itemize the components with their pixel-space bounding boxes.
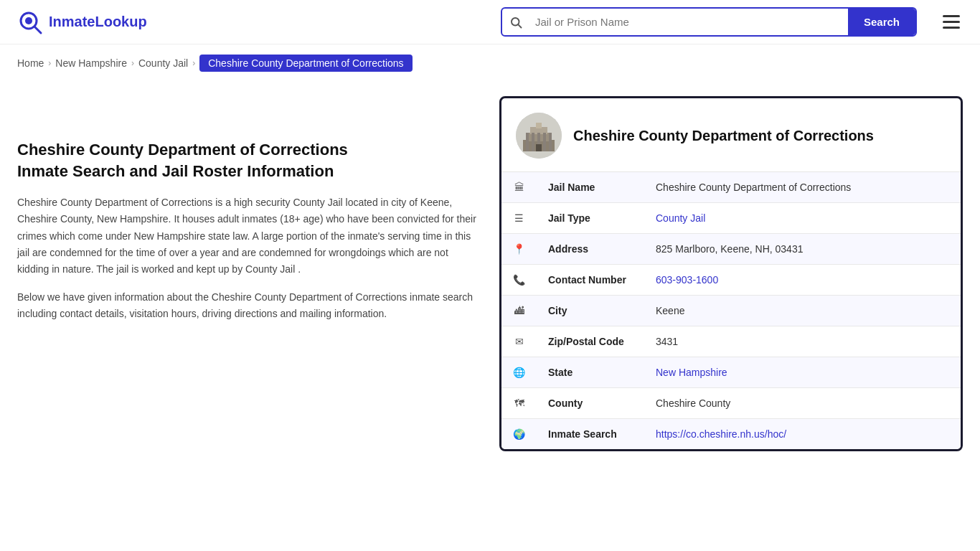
row-icon: 🏙	[501, 296, 537, 326]
row-icon: 🌍	[501, 419, 537, 450]
row-value[interactable]: New Hampshire	[644, 357, 961, 388]
row-label: Address	[537, 234, 644, 265]
row-value: Keene	[644, 296, 961, 326]
table-row: 🌐StateNew Hampshire	[501, 357, 961, 388]
row-link[interactable]: New Hampshire	[656, 367, 727, 378]
hamburger-line-2	[943, 21, 960, 23]
row-icon: 🌐	[501, 357, 537, 388]
svg-line-2	[34, 27, 41, 33]
svg-line-4	[518, 24, 521, 27]
row-label: County	[537, 388, 644, 419]
table-row: 📞Contact Number603-903-1600	[501, 265, 961, 296]
svg-rect-14	[549, 133, 552, 151]
hamburger-line-1	[943, 15, 960, 17]
main-content: Cheshire County Department of Correction…	[0, 82, 980, 480]
svg-rect-13	[543, 133, 546, 151]
table-row: 🌍Inmate Searchhttps://co.cheshire.nh.us/…	[501, 419, 961, 450]
row-icon: ✉	[501, 326, 537, 357]
info-card-header: Cheshire County Department of Correction…	[501, 98, 961, 172]
row-icon: 🗺	[501, 388, 537, 419]
table-row: 🏛Jail NameCheshire County Department of …	[501, 172, 961, 203]
row-label: Inmate Search	[537, 419, 644, 450]
row-label: State	[537, 357, 644, 388]
svg-point-1	[25, 17, 32, 24]
row-value: 3431	[644, 326, 961, 357]
chevron-icon-2: ›	[131, 58, 134, 68]
row-link[interactable]: County Jail	[656, 212, 705, 224]
breadcrumb-home[interactable]: Home	[17, 57, 44, 69]
logo-area[interactable]: InmateLookup	[17, 9, 147, 35]
row-value[interactable]: 603-903-1600	[644, 265, 961, 296]
table-row: ☰Jail TypeCounty Jail	[501, 203, 961, 234]
svg-rect-15	[536, 144, 542, 151]
breadcrumb-current: Cheshire County Department of Correction…	[199, 55, 412, 72]
row-icon: 📍	[501, 234, 537, 265]
breadcrumb-state[interactable]: New Hampshire	[55, 57, 127, 69]
right-panel: Cheshire County Department of Correction…	[499, 96, 963, 451]
search-input[interactable]	[529, 9, 848, 35]
search-icon	[502, 16, 529, 29]
info-card: Cheshire County Department of Correction…	[499, 96, 963, 451]
table-row: 🗺CountyCheshire County	[501, 388, 961, 419]
row-label: City	[537, 296, 644, 326]
row-value: Cheshire County Department of Correction…	[644, 172, 961, 203]
row-value[interactable]: County Jail	[644, 203, 961, 234]
logo-icon	[17, 9, 43, 35]
table-row: 🏙CityKeene	[501, 296, 961, 326]
hamburger-menu[interactable]	[940, 12, 963, 32]
chevron-icon-1: ›	[48, 58, 51, 68]
row-label: Jail Type	[537, 203, 644, 234]
description-para-2: Below we have given information about th…	[17, 289, 476, 322]
logo-text: InmateLookup	[49, 14, 147, 30]
row-value: Cheshire County	[644, 388, 961, 419]
row-label: Contact Number	[537, 265, 644, 296]
row-label: Zip/Postal Code	[537, 326, 644, 357]
row-icon: 🏛	[501, 172, 537, 203]
search-button[interactable]: Search	[848, 9, 915, 35]
page-heading: Cheshire County Department of Correction…	[17, 139, 476, 182]
row-link[interactable]: 603-903-1600	[656, 274, 718, 286]
breadcrumb-jail-type[interactable]: County Jail	[138, 57, 188, 69]
table-row: ✉Zip/Postal Code3431	[501, 326, 961, 357]
hamburger-line-3	[943, 27, 960, 29]
row-value[interactable]: https://co.cheshire.nh.us/hoc/	[644, 419, 961, 450]
row-link[interactable]: https://co.cheshire.nh.us/hoc/	[656, 428, 786, 440]
site-header: InmateLookup Search	[0, 0, 980, 44]
row-icon: ☰	[501, 203, 537, 234]
svg-rect-11	[532, 133, 534, 151]
search-bar: Search	[501, 7, 917, 37]
facility-avatar	[516, 113, 562, 159]
breadcrumb: Home › New Hampshire › County Jail › Che…	[0, 44, 980, 82]
left-panel: Cheshire County Department of Correction…	[17, 96, 476, 451]
row-value: 825 Marlboro, Keene, NH, 03431	[644, 234, 961, 265]
row-label: Jail Name	[537, 172, 644, 203]
table-row: 📍Address825 Marlboro, Keene, NH, 03431	[501, 234, 961, 265]
info-card-title: Cheshire County Department of Correction…	[573, 128, 874, 144]
description-para-1: Cheshire County Department of Correction…	[17, 194, 476, 277]
svg-rect-9	[536, 123, 542, 128]
svg-rect-10	[526, 133, 529, 151]
row-icon: 📞	[501, 265, 537, 296]
info-table: 🏛Jail NameCheshire County Department of …	[501, 172, 961, 449]
chevron-icon-3: ›	[192, 58, 195, 68]
